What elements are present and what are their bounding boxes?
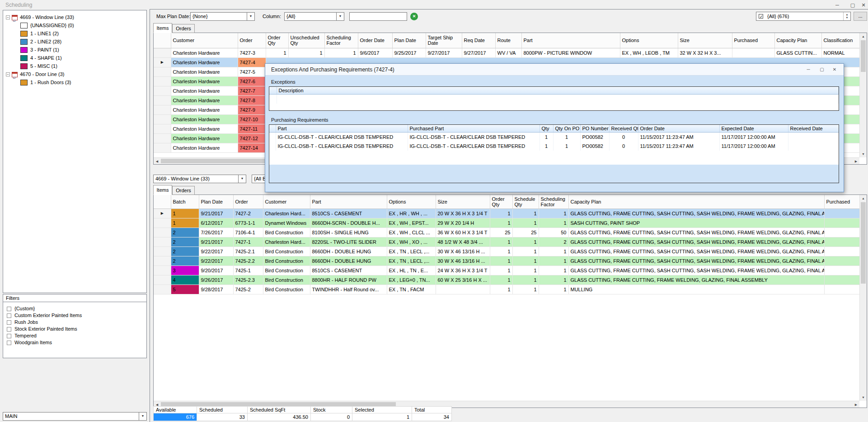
orders-grid-vscrollbar[interactable]: ▲ ▼	[859, 33, 867, 157]
tree-node-unassigned[interactable]: {UNASSIGNED} (0)	[3, 21, 146, 29]
col-route[interactable]: Route	[495, 33, 521, 48]
col-purchased[interactable]: Purchased	[824, 195, 860, 209]
col-qty[interactable]: Qty	[540, 125, 553, 133]
max-plan-date-combo[interactable]: {None} ▼	[190, 12, 255, 21]
schedule-row-selected[interactable]: ▶ 1 9/21/2017 7427-2 Charleston Hard... …	[154, 209, 860, 218]
dialog-close-icon[interactable]: ✕	[828, 65, 841, 74]
col-customer[interactable]: Customer	[171, 33, 238, 48]
filter-stock-exterior[interactable]: Stock Exterior Painted Items	[3, 326, 146, 332]
col-scheduling-factor[interactable]: Scheduling Factor	[324, 33, 358, 48]
col-scheduling-factor[interactable]: Scheduling Factor	[539, 195, 568, 209]
col-req-date[interactable]: Req Date	[462, 33, 495, 48]
col-purchased[interactable]: Purchased	[732, 33, 774, 48]
col-options[interactable]: Options	[387, 195, 436, 209]
col-plan-date[interactable]: Plan Date	[392, 33, 426, 48]
col-unscheduled-qty[interactable]: Unscheduled Qty	[288, 33, 324, 48]
filter-custom[interactable]: {Custom}	[3, 305, 146, 312]
checkbox[interactable]	[7, 313, 11, 318]
col-part[interactable]: Part	[521, 33, 620, 48]
purchasing-row[interactable]: IG-CLCL-DSB-T - CLEAR/CLEAR DSB TEMPERED…	[269, 142, 839, 151]
spinner-up-icon[interactable]: ▲	[844, 12, 850, 16]
scroll-right-icon[interactable]: ▶	[853, 401, 859, 408]
expander-icon[interactable]: −	[6, 15, 10, 19]
tree-node-rush-doors[interactable]: 1 - Rush Doors (3)	[3, 78, 146, 86]
scroll-down-icon[interactable]: ▼	[860, 151, 867, 157]
clear-filter-icon[interactable]: ✕	[410, 13, 418, 20]
scroll-up-icon[interactable]: ▲	[860, 33, 867, 40]
main-view-combo[interactable]: MAIN ▼	[3, 412, 147, 421]
scroll-thumb[interactable]	[861, 40, 866, 72]
tab-items-bottom[interactable]: Items	[153, 185, 172, 195]
purchasing-row[interactable]: IG-CLCL-DSB-T - CLEAR/CLEAR DSB TEMPERED…	[269, 133, 839, 142]
col-classification[interactable]: Classification	[821, 33, 860, 48]
scroll-left-icon[interactable]: ◀	[154, 158, 160, 165]
col-capacity-plan[interactable]: Capacity Plan	[568, 195, 824, 209]
order-row[interactable]: Charleston Hardware 7427-3 1 1 1 9/6/201…	[154, 48, 860, 57]
schedule-row[interactable]: 5 9/28/2017 7425-2 Bird Construction TWI…	[154, 284, 860, 294]
col-part[interactable]: Part	[276, 125, 408, 133]
scroll-up-icon[interactable]: ▲	[860, 195, 867, 202]
col-customer[interactable]: Customer	[263, 195, 310, 209]
filter-woodgrain[interactable]: Woodgrain Items	[3, 339, 146, 346]
col-qty-on-po[interactable]: Qty On PO	[553, 125, 580, 133]
col-po-number[interactable]: PO Number	[580, 125, 609, 133]
tree-node-door-line[interactable]: −4670 - Door Line (3)	[3, 70, 146, 78]
line-combo[interactable]: 4669 - Window Line (33) ▼	[153, 175, 246, 183]
col-size[interactable]: Size	[436, 195, 490, 209]
tree-node-shape[interactable]: 4 - SHAPE (1)	[3, 54, 146, 62]
col-batch[interactable]: Batch	[171, 195, 199, 209]
tree-node-line1[interactable]: 1 - LINE1 (2)	[3, 29, 146, 38]
tab-items-top[interactable]: Items	[153, 23, 172, 33]
col-order-qty[interactable]: Order Qty	[490, 195, 512, 209]
col-capacity-plan[interactable]: Capacity Plan	[774, 33, 821, 48]
dialog-title-bar[interactable]: Exceptions And Purchasing Requirements (…	[265, 64, 844, 76]
tree-node-misc[interactable]: 5 - MISC (1)	[3, 62, 146, 70]
schedule-row[interactable]: 4 9/26/2017 7425-2.3 Bird Construction 8…	[154, 275, 860, 284]
scroll-thumb[interactable]	[861, 202, 866, 284]
spinner-control[interactable]: ▲ ▼	[843, 12, 850, 20]
col-order[interactable]: Order	[233, 195, 263, 209]
tab-orders-bottom[interactable]: Orders	[172, 186, 195, 195]
all-orders-checkbox-control[interactable]: ✓ {All} (676) ▲ ▼	[756, 12, 851, 21]
schedule-row[interactable]: 2 7/26/2017 7106-4-1 Bird Construction 8…	[154, 228, 860, 237]
schedule-row[interactable]: 3 9/20/2017 7425-1 Bird Construction 851…	[154, 266, 860, 275]
tree-node-line2[interactable]: 2 - LINE2 (28)	[3, 38, 146, 46]
ellipsis-button[interactable]: ...	[854, 12, 867, 21]
checkbox[interactable]	[7, 334, 11, 338]
col-purchased-part[interactable]: Purchased Part	[408, 125, 540, 133]
expander-icon[interactable]: −	[6, 72, 10, 76]
checkbox[interactable]	[7, 307, 11, 311]
col-order-date[interactable]: Order Date	[638, 125, 719, 133]
schedule-row[interactable]: 2 9/21/2017 7427-1 Charleston Hard... 82…	[154, 237, 860, 247]
tab-orders-top[interactable]: Orders	[172, 24, 195, 33]
col-description[interactable]: Description	[277, 87, 839, 95]
col-target-ship-date[interactable]: Target Ship Date	[426, 33, 462, 48]
scroll-right-icon[interactable]: ▶	[853, 158, 859, 165]
dialog-maximize-icon[interactable]: ▢	[816, 65, 828, 74]
col-plan-date[interactable]: Plan Date	[199, 195, 233, 209]
chevron-down-icon[interactable]: ▼	[336, 13, 344, 20]
chevron-down-icon[interactable]: ▼	[238, 175, 246, 183]
col-schedule-qty[interactable]: Schedule Qty	[512, 195, 539, 209]
filter-custom-exterior[interactable]: Custom Exterior Painted Items	[3, 312, 146, 319]
filter-rush-jobs[interactable]: Rush Jobs	[3, 319, 146, 326]
schedule-row[interactable]: 1 6/12/2017 6773-1-1 Dynamet Windows 866…	[154, 218, 860, 228]
schedule-row[interactable]: 2 9/22/2017 7425-2.1 Bird Construction 8…	[154, 247, 860, 256]
chevron-down-icon[interactable]: ▼	[247, 13, 254, 20]
col-options[interactable]: Options	[620, 33, 678, 48]
chevron-down-icon[interactable]: ▼	[139, 413, 146, 420]
checkbox[interactable]	[7, 320, 11, 325]
filter-tempered[interactable]: Tempered	[3, 332, 146, 339]
col-order-qty[interactable]: Order Qty	[266, 33, 288, 48]
checkbox[interactable]	[7, 341, 11, 345]
col-received-qty[interactable]: Received Qty	[609, 125, 638, 133]
tree-node-window-line[interactable]: −4669 - Window Line (33)	[3, 13, 146, 21]
col-size[interactable]: Size	[678, 33, 732, 48]
checkbox[interactable]	[7, 327, 11, 332]
spinner-down-icon[interactable]: ▼	[844, 16, 850, 20]
dialog-minimize-icon[interactable]: ─	[802, 65, 815, 74]
schedule-row[interactable]: 2 9/22/2017 7425-2.2 Bird Construction 8…	[154, 256, 860, 266]
tree-node-paint[interactable]: 3 - PAINT (1)	[3, 46, 146, 54]
col-order[interactable]: Order	[238, 33, 266, 48]
col-order-date[interactable]: Order Date	[358, 33, 392, 48]
